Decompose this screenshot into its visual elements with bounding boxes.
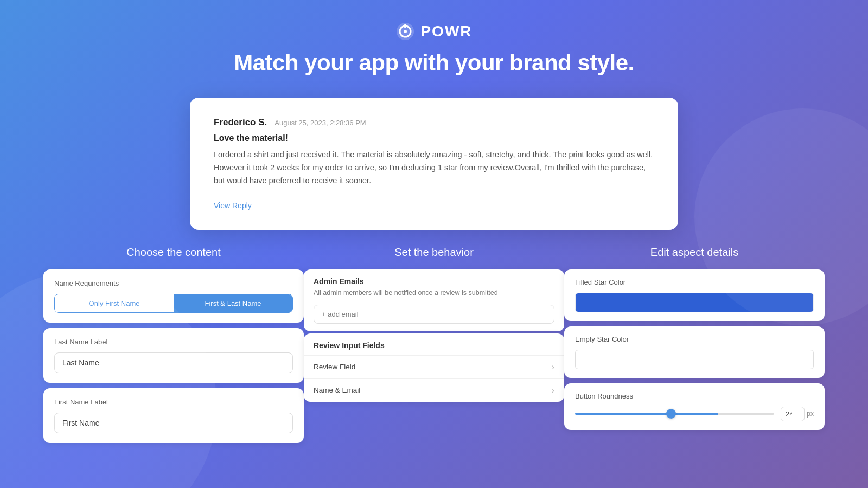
logo-text: POWR bbox=[420, 23, 472, 40]
filled-star-color-swatch[interactable] bbox=[575, 293, 814, 312]
chevron-right-icon: › bbox=[552, 362, 554, 372]
slider-row: px bbox=[575, 407, 814, 421]
view-reply-link[interactable]: View Reply bbox=[214, 201, 252, 210]
page-tagline: Match your app with your brand style. bbox=[0, 50, 868, 76]
svg-rect-2 bbox=[404, 24, 406, 28]
review-title: Love the material! bbox=[214, 133, 654, 143]
powr-logo-icon bbox=[395, 22, 415, 41]
edit-aspect-column: Edit aspect details Filled Star Color Em… bbox=[564, 246, 825, 448]
admin-emails-title: Admin Emails bbox=[314, 277, 554, 286]
slider-value-box: px bbox=[781, 407, 814, 421]
set-behavior-column: Set the behavior Admin Emails All admin … bbox=[304, 246, 564, 448]
slider-value-input[interactable] bbox=[781, 407, 805, 421]
slider-unit: px bbox=[807, 410, 814, 418]
name-email-label: Name & Email bbox=[314, 386, 360, 394]
empty-star-color-swatch[interactable] bbox=[575, 350, 814, 369]
review-input-fields-title: Review Input Fields bbox=[304, 333, 564, 355]
first-name-input[interactable] bbox=[54, 413, 293, 433]
choose-content-column: Choose the content Name Requirements Onl… bbox=[43, 246, 304, 448]
first-name-label-heading: First Name Label bbox=[54, 398, 293, 406]
header: POWR Match your app with your brand styl… bbox=[0, 0, 868, 87]
review-input-fields-card: Review Input Fields Review Field › Name … bbox=[304, 333, 564, 402]
svg-point-3 bbox=[404, 30, 407, 33]
name-requirements-card: Name Requirements Only First Name First … bbox=[43, 269, 304, 323]
edit-aspect-title: Edit aspect details bbox=[564, 246, 825, 259]
filled-star-color-title: Filled Star Color bbox=[575, 278, 814, 286]
name-requirements-toggle: Only First Name First & Last Name bbox=[54, 294, 293, 313]
last-name-label-heading: Last Name Label bbox=[54, 338, 293, 346]
add-email-input[interactable] bbox=[314, 305, 554, 324]
first-last-name-button[interactable]: First & Last Name bbox=[174, 294, 292, 312]
chevron-right-icon-2: › bbox=[552, 386, 554, 395]
review-date: August 25, 2023, 2:28:36 PM bbox=[275, 119, 366, 127]
filled-star-color-card: Filled Star Color bbox=[564, 269, 825, 321]
list-item-name-email[interactable]: Name & Email › bbox=[304, 378, 564, 402]
review-body: I ordered a shirt and just received it. … bbox=[214, 149, 654, 188]
button-roundness-card: Button Roundness px bbox=[564, 383, 825, 430]
logo-row: POWR bbox=[0, 22, 868, 41]
last-name-label-card: Last Name Label bbox=[43, 328, 304, 383]
review-header: Frederico S. August 25, 2023, 2:28:36 PM bbox=[214, 117, 654, 128]
reviewer-name: Frederico S. bbox=[214, 117, 267, 128]
list-item-review-field[interactable]: Review Field › bbox=[304, 355, 564, 378]
button-roundness-slider[interactable] bbox=[575, 413, 774, 415]
name-requirements-label: Name Requirements bbox=[54, 279, 293, 287]
set-behavior-title: Set the behavior bbox=[304, 246, 564, 259]
review-card: Frederico S. August 25, 2023, 2:28:36 PM… bbox=[190, 98, 678, 230]
admin-emails-card: Admin Emails All admin members will be n… bbox=[304, 269, 564, 331]
admin-emails-header: Admin Emails All admin members will be n… bbox=[304, 269, 564, 298]
choose-content-title: Choose the content bbox=[43, 246, 304, 259]
admin-emails-desc: All admin members will be notified once … bbox=[314, 288, 554, 298]
empty-star-color-card: Empty Star Color bbox=[564, 326, 825, 378]
only-first-name-button[interactable]: Only First Name bbox=[55, 294, 174, 312]
last-name-input[interactable] bbox=[54, 352, 293, 373]
first-name-label-card: First Name Label bbox=[43, 388, 304, 443]
empty-star-color-title: Empty Star Color bbox=[575, 335, 814, 343]
button-roundness-title: Button Roundness bbox=[575, 392, 814, 400]
review-field-label: Review Field bbox=[314, 363, 355, 371]
bottom-section: Choose the content Name Requirements Onl… bbox=[0, 246, 868, 448]
review-card-wrapper: Frederico S. August 25, 2023, 2:28:36 PM… bbox=[0, 87, 868, 246]
